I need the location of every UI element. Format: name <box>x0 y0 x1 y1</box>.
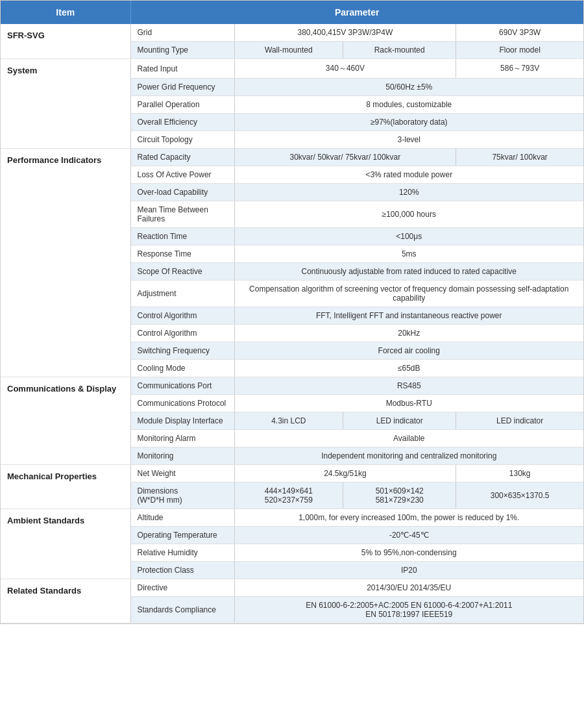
param-cell: Forced air cooling <box>234 342 583 360</box>
param-cell: EN 61000-6-2:2005+AC:2005 EN 61000-6-4:2… <box>234 597 583 623</box>
param-cell: <3% rated module power <box>234 166 583 184</box>
item-cell: Circuit Topology <box>130 131 234 149</box>
header-parameter: Parameter <box>130 1 583 24</box>
table-header: Item Parameter <box>1 1 583 24</box>
item-cell: Switching Frequency <box>130 342 234 360</box>
param-cell: 120% <box>234 184 583 201</box>
header-item: Item <box>1 1 130 24</box>
table-row: Ambient StandardsAltitude1,000m, for eve… <box>1 509 583 527</box>
table-row: Mechanical PropertiesNet Weight24.5kg/51… <box>1 465 583 483</box>
param-cell: Compensation algorithm of screening vect… <box>234 281 583 307</box>
main-table-wrapper: Item Parameter SFR-SVGGrid380,400,415V 3… <box>0 0 584 624</box>
param-cell: LED indicator <box>343 412 456 430</box>
item-cell: Scope Of Reactive <box>130 263 234 281</box>
item-cell: Dimensions (W*D*H mm) <box>130 483 234 509</box>
item-cell: Monitoring Alarm <box>130 430 234 447</box>
param-cell: 1,000m, for every increased 100m, the po… <box>234 509 583 527</box>
category-cell: System <box>1 59 130 149</box>
item-cell: Protection Class <box>130 562 234 579</box>
item-cell: Mean Time Between Failures <box>130 201 234 228</box>
item-cell: Rated Input <box>130 59 234 79</box>
param-cell: ≥97%(laboratory data) <box>234 114 583 131</box>
item-cell: Mounting Type <box>130 42 234 59</box>
item-cell: Over-load Capability <box>130 184 234 201</box>
category-cell: Mechanical Properties <box>1 465 130 509</box>
param-cell: 3-level <box>234 131 583 149</box>
category-cell: Communications & Display <box>1 377 130 465</box>
param-cell: 300×635×1370.5 <box>456 483 583 509</box>
item-cell: Grid <box>130 24 234 42</box>
item-cell: Parallel Operation <box>130 96 234 114</box>
param-cell: 4.3in LCD <box>234 412 343 430</box>
param-cell: Available <box>234 430 583 447</box>
param-cell: 2014/30/EU 2014/35/EU <box>234 579 583 597</box>
param-cell: Modbus-RTU <box>234 395 583 412</box>
item-cell: Relative Humidity <box>130 544 234 562</box>
param-cell: LED indicator <box>456 412 583 430</box>
item-cell: Directive <box>130 579 234 597</box>
param-cell: Floor model <box>456 42 583 59</box>
param-cell: 501×609×142 581×729×230 <box>343 483 456 509</box>
item-cell: Overall Efficiency <box>130 114 234 131</box>
item-cell: Operating Temperature <box>130 527 234 544</box>
item-cell: Cooling Mode <box>130 360 234 377</box>
item-cell: Monitoring <box>130 447 234 465</box>
param-cell: Continuously adjustable from rated induc… <box>234 263 583 281</box>
param-cell: ≤65dB <box>234 360 583 377</box>
param-cell: -20℃-45℃ <box>234 527 583 544</box>
param-cell: 586～793V <box>456 59 583 79</box>
item-cell: Module Display Interface <box>130 412 234 430</box>
param-cell: 690V 3P3W <box>456 24 583 42</box>
param-cell: ≥100,000 hours <box>234 201 583 228</box>
table-row: Communications & DisplayCommunications P… <box>1 377 583 395</box>
param-cell: <100μs <box>234 228 583 245</box>
param-cell: Independent monitoring and centralized m… <box>234 447 583 465</box>
item-cell: Response Time <box>130 245 234 263</box>
param-cell: 24.5kg/51kg <box>234 465 456 483</box>
param-cell: 340～460V <box>234 59 456 79</box>
item-cell: Power Grid Frequency <box>130 79 234 96</box>
category-cell: Ambient Standards <box>1 509 130 579</box>
category-cell: Related Standards <box>1 579 130 623</box>
item-cell: Altitude <box>130 509 234 527</box>
param-cell: RS485 <box>234 377 583 395</box>
table-row: SFR-SVGGrid380,400,415V 3P3W/3P4W690V 3P… <box>1 24 583 42</box>
param-cell: 380,400,415V 3P3W/3P4W <box>234 24 456 42</box>
table-row: Related StandardsDirective2014/30/EU 201… <box>1 579 583 597</box>
item-cell: Control Algorithm <box>130 325 234 342</box>
param-cell: Rack-mounted <box>343 42 456 59</box>
item-cell: Communications Protocol <box>130 395 234 412</box>
param-cell: 444×149×641 520×237×759 <box>234 483 343 509</box>
item-cell: Reaction Time <box>130 228 234 245</box>
item-cell: Adjustment <box>130 281 234 307</box>
item-cell: Control Algorithm <box>130 307 234 325</box>
param-cell: IP20 <box>234 562 583 579</box>
param-cell: 50/60Hz ±5% <box>234 79 583 96</box>
param-cell: 130kg <box>456 465 583 483</box>
category-cell: Performance Indicators <box>1 149 130 377</box>
param-cell: 5% to 95%,non-condensing <box>234 544 583 562</box>
item-cell: Rated Capacity <box>130 149 234 166</box>
item-cell: Standards Compliance <box>130 597 234 623</box>
category-cell: SFR-SVG <box>1 24 130 59</box>
table-row: Performance IndicatorsRated Capacity30kv… <box>1 149 583 166</box>
param-cell: FFT, Intelligent FFT and instantaneous r… <box>234 307 583 325</box>
param-cell: 8 modules, customizable <box>234 96 583 114</box>
param-cell: 5ms <box>234 245 583 263</box>
spec-table: Item Parameter SFR-SVGGrid380,400,415V 3… <box>1 1 583 623</box>
item-cell: Loss Of Active Power <box>130 166 234 184</box>
param-cell: 75kvar/ 100kvar <box>456 149 583 166</box>
table-row: SystemRated Input340～460V586～793V <box>1 59 583 79</box>
item-cell: Net Weight <box>130 465 234 483</box>
param-cell: 30kvar/ 50kvar/ 75kvar/ 100kvar <box>234 149 456 166</box>
param-cell: 20kHz <box>234 325 583 342</box>
param-cell: Wall-mounted <box>234 42 343 59</box>
item-cell: Communications Port <box>130 377 234 395</box>
